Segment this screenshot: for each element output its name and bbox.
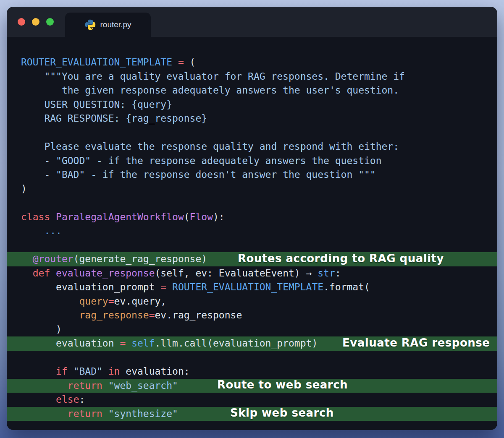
token-str: the given response adequately answers th… <box>21 85 399 96</box>
code-line: class ParalegalAgentWorkflow(Flow): <box>7 210 497 224</box>
token-kw: class <box>21 211 56 222</box>
editor-window: router.py ROUTER_EVALUATION_TEMPLATE = (… <box>7 7 497 430</box>
code-line: def evaluate_response(self, ev: Evaluate… <box>7 266 497 281</box>
token-var: self <box>131 338 155 349</box>
code-line <box>7 126 497 140</box>
token-fn: evaluate_response <box>56 268 155 279</box>
code-text: return "synthesize" <box>7 408 178 419</box>
code-annotation: Route to web search <box>217 378 348 392</box>
code-line: else: <box>7 393 497 407</box>
token-str: "synthesize" <box>108 408 178 419</box>
code-line: """You are a quality evaluator for RAG r… <box>7 70 497 84</box>
token-str: - "GOOD" - if the response adequately an… <box>21 155 382 166</box>
code-line: ) <box>7 182 497 196</box>
code-line-highlighted: return "synthesize"Skip web search <box>7 407 497 421</box>
code-line: Please evaluate the response quality and… <box>7 140 497 154</box>
token-arg: rag_response <box>79 310 149 321</box>
token-kw: = <box>108 296 114 307</box>
code-line: RAG RESPONSE: {rag_response} <box>7 112 497 126</box>
code-line <box>7 351 497 365</box>
code-text: RAG RESPONSE: {rag_response} <box>7 113 207 124</box>
token-kw: else <box>56 394 79 405</box>
maximize-button[interactable] <box>46 18 54 26</box>
token-kw: = <box>120 338 126 349</box>
code-line: if "BAD" in evaluation: <box>7 365 497 379</box>
token-fg <box>21 253 33 264</box>
token-fg: (generate_rag_response) <box>74 253 207 264</box>
code-line: evaluation_prompt = ROUTER_EVALUATION_TE… <box>7 280 497 295</box>
code-annotation: Routes according to RAG quality <box>238 252 444 266</box>
code-line-highlighted: @router(generate_rag_response)Routes acc… <box>7 252 497 266</box>
code-text: ROUTER_EVALUATION_TEMPLATE = ( <box>7 57 195 68</box>
code-text <box>7 127 21 138</box>
code-text: return "web_search" <box>7 380 178 391</box>
token-fg: evaluation: <box>120 366 189 377</box>
code-line: ... <box>7 224 497 238</box>
code-line: ROUTER_EVALUATION_TEMPLATE = ( <box>7 55 497 70</box>
token-fg: ) <box>21 183 27 194</box>
token-kw: = <box>178 57 184 68</box>
code-text: rag_response=ev.rag_response <box>7 310 242 321</box>
token-str: - "BAD" - if the response doesn't answer… <box>21 169 376 180</box>
token-fg <box>21 310 79 321</box>
code-text: - "GOOD" - if the response adequately an… <box>7 155 382 166</box>
code-line: query=ev.query, <box>7 295 497 309</box>
traffic-lights <box>18 18 54 26</box>
code-text: if "BAD" in evaluation: <box>7 366 190 377</box>
code-text: query=ev.query, <box>7 296 166 307</box>
minimize-button[interactable] <box>32 18 39 26</box>
token-kw: in <box>108 366 120 377</box>
code-text: ) <box>7 183 27 194</box>
token-fg <box>172 57 178 68</box>
code-line: USER QUESTION: {query} <box>7 98 497 112</box>
code-line-highlighted: evaluation = self.llm.call(evaluation_pr… <box>7 336 497 351</box>
token-kw: = <box>160 282 166 292</box>
token-fg <box>126 338 131 349</box>
code-text: USER QUESTION: {query} <box>7 99 172 110</box>
code-text: ) <box>7 324 62 335</box>
token-fn: @router <box>33 253 74 264</box>
code-line: the given response adequately answers th… <box>7 83 497 98</box>
token-fg <box>21 366 56 377</box>
token-fg: .llm.call(evaluation_prompt) <box>155 338 318 349</box>
code-line <box>7 196 497 210</box>
token-str: "BAD" <box>74 366 102 377</box>
token-arg: query <box>79 296 108 307</box>
token-fg <box>21 394 56 405</box>
token-fg: ) <box>21 324 62 335</box>
token-fg <box>21 380 68 391</box>
code-text: Please evaluate the response quality and… <box>7 141 399 152</box>
token-var: ROUTER_EVALUATION_TEMPLATE <box>172 282 323 292</box>
tab-router-py[interactable]: router.py <box>65 13 151 37</box>
token-fn: Flow <box>190 211 213 222</box>
code-line: ) <box>7 323 497 337</box>
token-str: Please evaluate the response quality and… <box>21 141 399 152</box>
token-fg: ( <box>184 57 196 68</box>
code-text: evaluation_prompt = ROUTER_EVALUATION_TE… <box>7 282 370 292</box>
code-editor: ROUTER_EVALUATION_TEMPLATE = ( """You ar… <box>7 37 497 421</box>
token-fg: .format( <box>323 282 370 292</box>
token-fg: ev.query, <box>114 296 167 307</box>
token-fg: evaluation <box>21 338 120 349</box>
token-fg: evaluation_prompt <box>21 282 160 292</box>
code-text: ... <box>7 225 62 236</box>
code-text: @router(generate_rag_response) <box>7 253 207 264</box>
token-kw: def <box>33 268 56 279</box>
python-icon <box>85 19 96 30</box>
token-str: USER QUESTION: {query} <box>21 99 172 110</box>
token-var: ... <box>21 225 62 236</box>
code-line: - "BAD" - if the response doesn't answer… <box>7 168 497 182</box>
close-button[interactable] <box>18 18 25 26</box>
token-kw: return <box>68 380 108 391</box>
code-text: class ParalegalAgentWorkflow(Flow): <box>7 211 225 222</box>
title-bar: router.py <box>7 7 497 37</box>
token-fg <box>102 366 108 377</box>
token-fg <box>21 268 33 279</box>
tab-title: router.py <box>100 20 131 29</box>
code-text <box>7 352 21 363</box>
code-text: the given response adequately answers th… <box>7 85 399 96</box>
code-annotation: Evaluate RAG response <box>342 336 490 350</box>
token-fg: : <box>335 268 341 279</box>
token-var: ROUTER_EVALUATION_TEMPLATE <box>21 57 172 68</box>
code-text: evaluation = self.llm.call(evaluation_pr… <box>7 338 318 349</box>
